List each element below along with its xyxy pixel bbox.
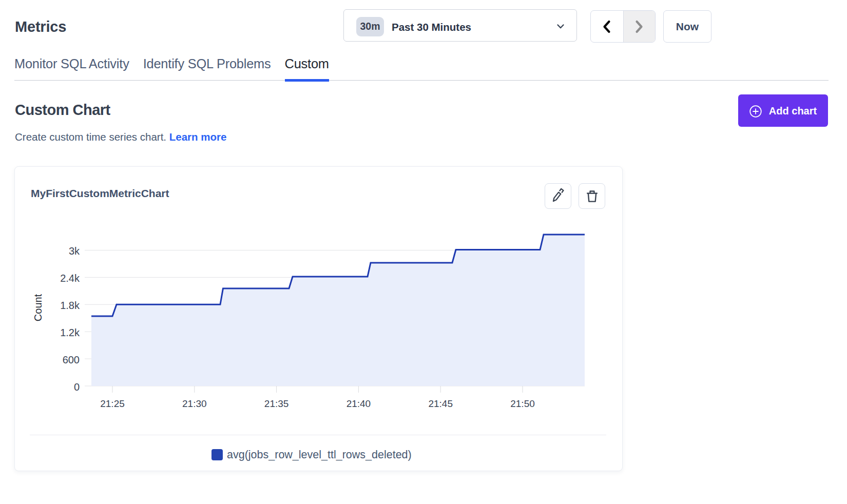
- svg-text:21:25: 21:25: [100, 398, 125, 409]
- svg-text:21:45: 21:45: [428, 398, 453, 409]
- svg-text:21:40: 21:40: [346, 398, 371, 409]
- svg-text:1.2k: 1.2k: [60, 327, 80, 338]
- svg-text:0: 0: [74, 381, 80, 393]
- svg-text:2.4k: 2.4k: [60, 273, 80, 284]
- svg-text:21:35: 21:35: [264, 398, 289, 409]
- svg-text:600: 600: [63, 354, 80, 365]
- svg-text:1.8k: 1.8k: [60, 300, 80, 311]
- svg-text:21:30: 21:30: [182, 398, 207, 409]
- svg-text:21:50: 21:50: [510, 398, 535, 409]
- svg-text:3k: 3k: [69, 245, 80, 257]
